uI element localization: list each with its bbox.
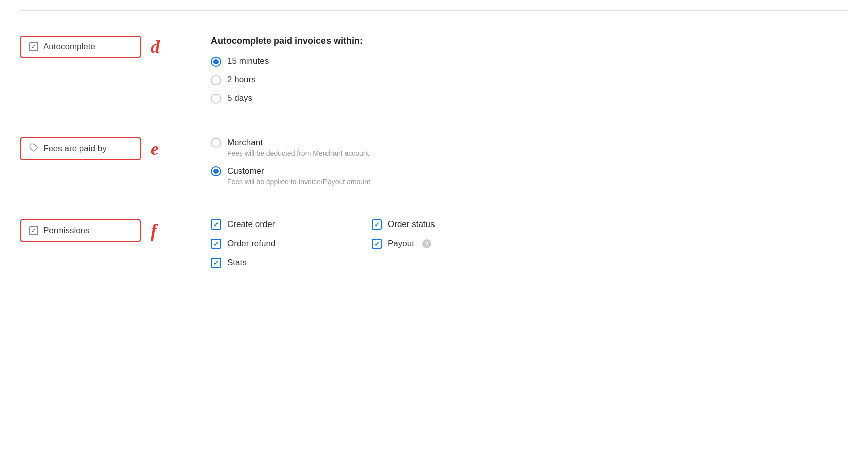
perm-order-refund-checkbox[interactable] <box>211 239 221 249</box>
perm-order-refund-label: Order refund <box>227 239 275 249</box>
radio-merchant: Merchant Fees will be deducted from Merc… <box>211 137 848 158</box>
autocomplete-section: Autocomplete d Autocomplete paid invoice… <box>20 36 848 112</box>
fees-section: Fees are paid by e Merchant Fees will be… <box>20 137 848 194</box>
radio-5days-input[interactable] <box>211 94 221 104</box>
permissions-checkbox-icon[interactable] <box>29 226 38 235</box>
perm-order-status-checkbox[interactable] <box>372 219 382 230</box>
perm-stats-checkbox[interactable] <box>211 258 221 268</box>
autocomplete-content: Autocomplete paid invoices within: 15 mi… <box>201 36 848 112</box>
permissions-section: Permissions f Create order Order refund <box>20 219 848 277</box>
fees-label-text: Fees are paid by <box>43 144 107 154</box>
permissions-label-box: Permissions <box>20 219 141 242</box>
radio-2hr-label: 2 hours <box>227 75 256 85</box>
radio-merchant-input[interactable] <box>211 138 221 148</box>
radio-customer-input[interactable] <box>211 166 221 176</box>
tag-icon <box>29 143 38 154</box>
fees-badge: e <box>151 140 159 158</box>
autocomplete-title: Autocomplete paid invoices within: <box>211 36 848 46</box>
radio-5days: 5 days <box>211 93 848 104</box>
top-divider <box>20 10 848 11</box>
perm-create-order-checkbox[interactable] <box>211 219 221 230</box>
perm-order-status: Order status <box>372 219 532 230</box>
perm-stats-label: Stats <box>227 258 247 268</box>
perm-payout-label: Payout <box>388 239 414 249</box>
radio-customer-label: Customer <box>227 166 264 176</box>
permissions-section-left: Permissions f <box>20 219 201 242</box>
perm-payout: Payout ? <box>372 239 532 249</box>
radio-customer-sublabel: Fees will be applied to Invoice/Payout a… <box>227 178 370 186</box>
radio-15min: 15 minutes <box>211 56 848 67</box>
radio-15min-label: 15 minutes <box>227 56 269 66</box>
radio-merchant-sublabel: Fees will be deducted from Merchant acco… <box>227 149 369 157</box>
permissions-badge: f <box>151 221 157 240</box>
main-container: Autocomplete d Autocomplete paid invoice… <box>0 26 868 312</box>
perm-stats: Stats <box>211 258 372 268</box>
radio-2hr-input[interactable] <box>211 75 221 85</box>
perm-create-order: Create order <box>211 219 372 230</box>
permissions-left-col: Create order Order refund Stats <box>211 219 372 277</box>
autocomplete-label-text: Autocomplete <box>43 42 95 52</box>
autocomplete-badge: d <box>151 38 160 56</box>
autocomplete-label-box: Autocomplete <box>20 36 141 58</box>
permissions-right-col: Order status Payout ? <box>372 219 532 277</box>
permissions-label-text: Permissions <box>43 225 90 236</box>
autocomplete-checkbox-icon[interactable] <box>29 42 38 51</box>
perm-order-refund: Order refund <box>211 239 372 249</box>
radio-merchant-label: Merchant <box>227 138 263 148</box>
fees-content: Merchant Fees will be deducted from Merc… <box>201 137 848 194</box>
fees-section-left: Fees are paid by e <box>20 137 201 160</box>
radio-5days-label: 5 days <box>227 93 252 103</box>
fees-label-box: Fees are paid by <box>20 137 141 160</box>
radio-15min-input[interactable] <box>211 57 221 67</box>
perm-create-order-label: Create order <box>227 219 275 230</box>
perm-order-status-label: Order status <box>388 219 435 230</box>
autocomplete-section-left: Autocomplete d <box>20 36 201 58</box>
permissions-grid: Create order Order refund Stats Order st… <box>211 219 848 277</box>
payout-help-icon[interactable]: ? <box>422 239 431 248</box>
perm-payout-checkbox[interactable] <box>372 239 382 249</box>
radio-2hr: 2 hours <box>211 75 848 85</box>
radio-customer: Customer Fees will be applied to Invoice… <box>211 166 848 186</box>
permissions-content: Create order Order refund Stats Order st… <box>201 219 848 277</box>
